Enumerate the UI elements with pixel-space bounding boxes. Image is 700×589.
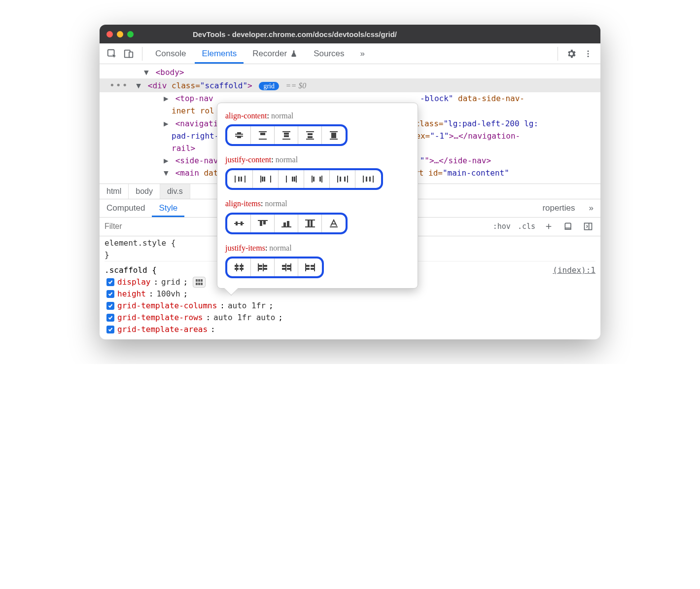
svg-rect-6 [235,134,243,135]
tab-recorder[interactable]: Recorder [245,44,305,64]
device-toggle-icon[interactable] [121,46,136,61]
svg-rect-73 [285,263,286,271]
svg-rect-57 [305,220,315,221]
svg-point-4 [588,53,589,54]
align-content-start-icon[interactable] [251,126,275,144]
justify-items-start-icon[interactable] [251,258,275,276]
toggle-sidebar-icon[interactable] [582,220,595,233]
svg-point-3 [588,50,589,52]
inspect-element-icon[interactable] [105,46,119,61]
crumb-html[interactable]: html [100,184,129,199]
dollar-zero-label: == $0 [286,81,307,90]
align-content-between-icon[interactable] [298,126,322,144]
minimize-window-button[interactable] [117,31,123,37]
zoom-window-button[interactable] [127,31,134,37]
rule-grid-template-columns[interactable]: grid-template-columns: auto 1fr; [105,300,595,312]
svg-rect-17 [306,131,314,132]
justify-content-between-icon[interactable] [304,170,330,188]
svg-rect-36 [312,176,313,183]
checkbox-icon[interactable] [106,326,114,333]
align-items-baseline-icon[interactable] [322,215,346,232]
checkbox-icon[interactable] [106,302,114,310]
grid-badge[interactable]: grid [259,82,279,90]
justify-content-around-icon[interactable] [330,170,355,188]
svg-rect-90 [196,283,198,285]
justify-content-start-icon[interactable] [253,170,279,188]
svg-rect-65 [235,268,239,270]
svg-rect-86 [585,223,592,229]
titlebar: DevTools - developer.chrome.com/docs/dev… [100,25,600,43]
align-items-start-icon[interactable] [251,215,275,232]
align-items-end-icon[interactable] [275,215,298,232]
checkbox-icon[interactable] [106,314,114,322]
dom-selected-row[interactable]: ••• ▼ <div class="scaffold"> grid == $0 [100,78,600,92]
tab-sources[interactable]: Sources [307,44,351,64]
settings-icon[interactable] [564,46,579,61]
justify-items-end-icon[interactable] [275,258,298,276]
close-window-button[interactable] [106,31,113,37]
dom-body-tag[interactable]: <body> [156,68,184,77]
checkbox-icon[interactable] [106,278,114,286]
subtabs-more[interactable]: » [582,199,600,217]
svg-rect-46 [369,177,371,182]
svg-rect-75 [282,265,285,267]
flask-icon [290,50,298,58]
source-link[interactable]: (index):1 [553,264,595,276]
svg-rect-9 [237,137,241,138]
svg-rect-58 [305,226,315,227]
svg-rect-62 [241,263,242,271]
align-items-center-icon[interactable] [227,215,251,232]
checkbox-icon[interactable] [106,290,114,298]
cls-toggle[interactable]: .cls [518,222,535,231]
ellipsis-icon[interactable]: ••• [109,80,132,90]
subtab-styles[interactable]: Style [152,199,184,217]
align-content-end-icon[interactable] [275,126,298,144]
svg-rect-66 [240,268,244,270]
svg-rect-85 [565,223,571,228]
dom-tree[interactable]: ▼ <body> ••• ▼ <div class="scaffold"> gr… [100,64,600,184]
svg-rect-47 [373,176,374,183]
collapse-arrow-icon[interactable]: ▼ [144,67,151,78]
svg-rect-13 [282,131,290,132]
grid-editor-button[interactable] [193,277,206,288]
svg-rect-64 [240,265,244,267]
justify-content-center-icon[interactable] [227,170,253,188]
new-style-rule-icon[interactable] [542,220,555,233]
svg-rect-29 [262,177,263,182]
svg-rect-61 [236,263,237,271]
svg-rect-23 [330,139,338,140]
svg-rect-74 [290,263,291,271]
svg-rect-27 [245,176,245,183]
hov-toggle[interactable]: :hov [493,222,511,231]
copy-styles-icon[interactable] [562,220,575,233]
rule-height[interactable]: height: 100vh; [105,288,595,300]
svg-rect-72 [264,268,267,270]
tab-console[interactable]: Console [148,44,193,64]
justify-items-section: justify-items: normal [225,242,410,278]
kebab-menu-icon[interactable] [581,46,595,61]
svg-rect-70 [264,265,267,267]
justify-items-center-icon[interactable] [227,258,251,276]
svg-rect-41 [340,177,341,182]
tabs-more[interactable]: » [353,44,372,64]
crumb-div-scaffold[interactable]: div.s [160,184,190,199]
align-content-center-icon[interactable] [227,126,251,144]
tab-elements[interactable]: Elements [195,44,244,64]
align-items-stretch-icon[interactable] [298,215,322,232]
subtab-properties[interactable]: roperties [535,199,582,217]
align-items-section: align-items: normal [225,198,410,234]
justify-content-end-icon[interactable] [279,170,304,188]
rule-grid-template-areas[interactable]: grid-template-areas: [105,324,595,335]
svg-rect-54 [281,226,291,227]
subtab-computed[interactable]: Computed [100,199,152,217]
align-content-around-icon[interactable] [322,126,346,144]
svg-rect-60 [311,221,313,226]
svg-rect-49 [236,221,238,225]
justify-content-evenly-icon[interactable] [355,170,381,188]
justify-items-stretch-icon[interactable] [298,258,322,276]
svg-rect-40 [337,176,338,183]
rule-grid-template-rows[interactable]: grid-template-rows: auto 1fr auto; [105,312,595,324]
svg-rect-45 [366,177,367,182]
svg-rect-7 [235,136,243,137]
crumb-body[interactable]: body [129,184,160,199]
